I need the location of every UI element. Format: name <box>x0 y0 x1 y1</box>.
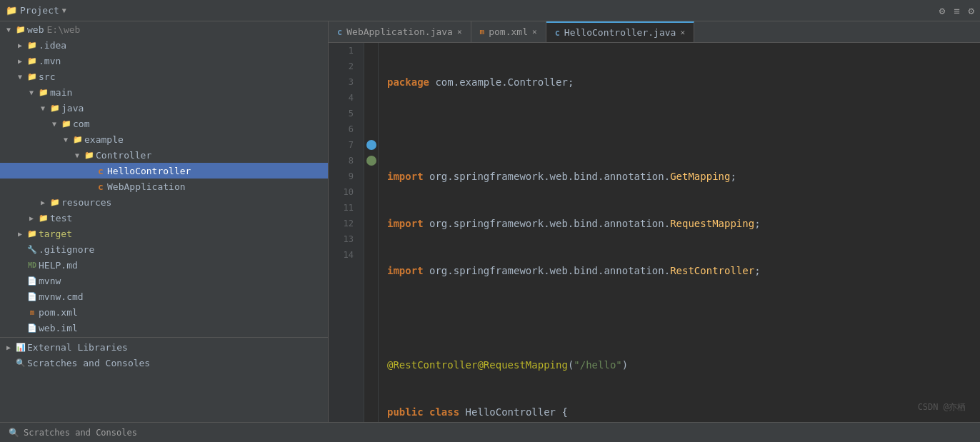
tabs-bar: c WebApplication.java ✕ m pom.xml ✕ c He… <box>329 21 980 43</box>
item-name-pomxml: pom.xml <box>39 307 78 318</box>
folder-icon-src: 📁 <box>26 72 39 81</box>
item-name-extlibs: External Libraries <box>27 342 128 353</box>
item-name-idea: .idea <box>39 40 66 51</box>
gear-icon[interactable]: ⚙ <box>969 5 974 16</box>
tree-item-webiml[interactable]: 📄 web.iml <box>0 320 328 336</box>
item-name-test: test <box>50 213 72 223</box>
tree-item-scratches[interactable]: 🔍 Scratches and Consoles <box>0 355 328 371</box>
line-num-5: 5 <box>329 106 358 121</box>
java-c-icon-hello: c <box>94 166 107 176</box>
line-num-12: 12 <box>329 216 358 231</box>
arrow-extlibs <box>3 343 14 351</box>
line-num-1: 1 <box>329 43 358 59</box>
item-name-src: src <box>39 71 55 82</box>
item-name-webapplication: WebApplication <box>107 181 186 192</box>
java-c-icon-web: c <box>94 181 107 192</box>
arrow-java <box>37 104 49 112</box>
arrow-com <box>49 120 60 128</box>
folder-icon-com: 📁 <box>60 119 73 129</box>
spring-boot-icon-7 <box>366 140 376 150</box>
item-name-web: web <box>27 24 44 35</box>
line-num-4: 4 <box>329 90 358 106</box>
folder-icon-java: 📁 <box>49 104 61 113</box>
gutter-10 <box>364 184 378 200</box>
item-name-mvn: .mvn <box>39 56 61 66</box>
tree-item-pomxml[interactable]: m pom.xml <box>0 304 328 320</box>
tree-item-mvnwcmd[interactable]: 📄 mvnw.cmd <box>0 288 328 304</box>
line-num-8: 8 <box>329 153 358 169</box>
gutter-1 <box>364 43 378 59</box>
tree-item-com[interactable]: 📁 com <box>0 116 328 131</box>
tree-item-mvn[interactable]: 📁 .mvn <box>0 53 328 69</box>
gutter-2 <box>364 59 378 74</box>
tab-label-pomxml: pom.xml <box>489 26 528 37</box>
gutter <box>364 43 379 422</box>
tree-item-src[interactable]: 📁 src <box>0 69 328 84</box>
tree-item-helpmd[interactable]: MD HELP.md <box>0 257 328 273</box>
tab-webapplication[interactable]: c WebApplication.java ✕ <box>329 21 471 42</box>
structure-icon[interactable]: ≡ <box>954 5 959 16</box>
tab-close-webapplication[interactable]: ✕ <box>457 27 462 36</box>
gutter-12 <box>364 216 378 231</box>
folder-icon-controller: 📁 <box>83 151 96 160</box>
script-icon-mvnwcmd: 📄 <box>26 292 39 301</box>
code-editor[interactable]: 1 2 3 4 5 6 7 8 9 10 11 12 13 14 <box>329 43 980 422</box>
folder-icon-mvn: 📁 <box>26 56 39 66</box>
tree-item-idea[interactable]: 📁 .idea <box>0 37 328 53</box>
tree-item-mvnw[interactable]: 📄 mvnw <box>0 273 328 288</box>
tree-item-extlibs[interactable]: 📊 External Libraries <box>0 339 328 355</box>
tree-item-web[interactable]: 📁 web E:\web <box>0 21 328 37</box>
tab-close-hellocontroller[interactable]: ✕ <box>680 28 685 37</box>
line-num-13: 13 <box>329 231 358 247</box>
xml-icon: m <box>26 308 39 316</box>
code-line-3: import org.springframework.web.bind.anno… <box>387 169 980 184</box>
tree-item-test[interactable]: 📁 test <box>0 210 328 226</box>
arrow-src <box>14 73 26 81</box>
line-num-2: 2 <box>329 59 358 74</box>
folder-icon-idea: 📁 <box>26 41 39 50</box>
settings-icon[interactable]: ⚙ <box>939 5 945 16</box>
line-num-3: 3 <box>329 74 358 90</box>
line-num-11: 11 <box>329 200 358 216</box>
toolbar-icons: ⚙ ≡ ⚙ <box>939 5 974 16</box>
gitignore-icon: 🔧 <box>26 245 39 254</box>
gutter-7 <box>364 137 378 153</box>
gutter-11 <box>364 200 378 216</box>
line-num-14: 14 <box>329 247 358 263</box>
line-num-6: 6 <box>329 121 358 137</box>
tab-close-pomxml[interactable]: ✕ <box>532 27 537 36</box>
editor-area: c WebApplication.java ✕ m pom.xml ✕ c He… <box>329 21 980 422</box>
tree-item-hellocontroller[interactable]: c HelloController <box>0 163 328 179</box>
scratches-console-label[interactable]: 🔍 Scratches and Consoles <box>9 428 137 438</box>
project-tree: 📁 web E:\web 📁 .idea 📁 .mvn 📁 src 📁 main <box>0 21 329 422</box>
code-line-2 <box>387 121 980 137</box>
code-line-1: package com.example.Controller; <box>387 74 980 90</box>
tree-item-java[interactable]: 📁 java <box>0 100 328 116</box>
item-name-com: com <box>73 119 89 129</box>
arrow-web <box>3 26 14 34</box>
md-icon: MD <box>26 261 39 269</box>
tree-item-webapplication[interactable]: c WebApplication <box>0 179 328 194</box>
code-line-8: public class HelloController { <box>387 404 980 420</box>
item-name-example: example <box>84 134 124 145</box>
arrow-test <box>26 214 37 222</box>
scratches-icon: 🔍 <box>9 428 19 438</box>
tree-item-example[interactable]: 📁 example <box>0 131 328 147</box>
top-toolbar: 📁 Project ▼ ⚙ ≡ ⚙ <box>0 0 980 21</box>
tree-item-gitignore[interactable]: 🔧 .gitignore <box>0 241 328 257</box>
line-numbers: 1 2 3 4 5 6 7 8 9 10 11 12 13 14 <box>329 43 364 422</box>
scratch-icon: 🔍 <box>14 358 27 368</box>
tab-pomxml[interactable]: m pom.xml ✕ <box>471 21 546 42</box>
item-name-scratches: Scratches and Consoles <box>27 358 150 368</box>
arrow-idea <box>14 41 26 49</box>
folder-icon: 📁 <box>6 5 17 16</box>
tab-hellocontroller[interactable]: c HelloController.java ✕ <box>546 21 694 42</box>
code-line-6 <box>387 310 980 326</box>
tab-icon-webapplication: c <box>337 27 342 37</box>
tree-item-resources[interactable]: 📁 resources <box>0 194 328 210</box>
tree-item-controller[interactable]: 📁 Controller <box>0 147 328 163</box>
dropdown-arrow[interactable]: ▼ <box>62 6 66 14</box>
tree-item-target[interactable]: 📁 target <box>0 226 328 241</box>
tree-item-main[interactable]: 📁 main <box>0 84 328 100</box>
code-content: package com.example.Controller; import o… <box>379 43 980 422</box>
